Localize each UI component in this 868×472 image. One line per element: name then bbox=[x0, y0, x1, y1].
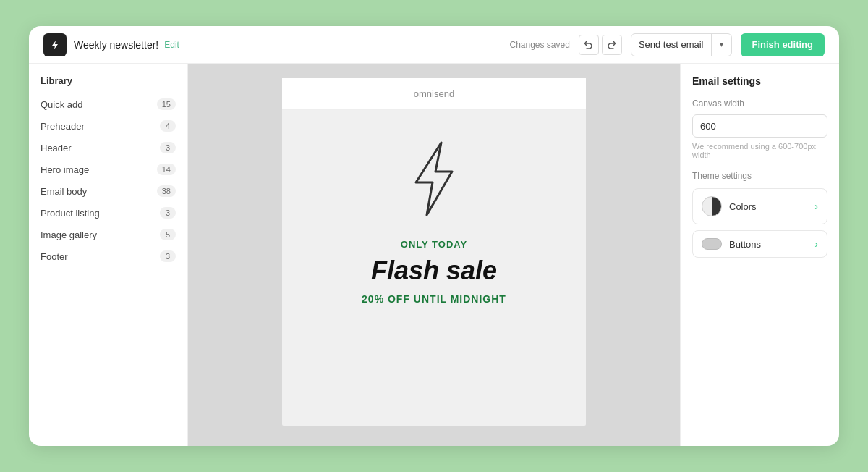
theme-item-colors[interactable]: Colors › bbox=[692, 188, 827, 224]
app-container: Weekly newsletter! Edit Changes saved Se… bbox=[29, 26, 839, 446]
email-brand: omnisend bbox=[282, 78, 586, 110]
theme-item-name: Buttons bbox=[729, 239, 761, 250]
sidebar-item-label: Footer bbox=[41, 251, 68, 262]
sidebar-item-count: 38 bbox=[157, 185, 176, 197]
changes-saved-status: Changes saved bbox=[510, 40, 570, 50]
sidebar-item-label: Quick add bbox=[41, 99, 83, 110]
sidebar-item-count: 5 bbox=[160, 229, 176, 240]
email-canvas: omnisend ONLY TODAY Flash sale 20% OFF U… bbox=[282, 78, 586, 426]
canvas-width-label: Canvas width bbox=[692, 98, 827, 109]
sidebar-item-image-gallery[interactable]: Image gallery5 bbox=[29, 224, 187, 245]
header: Weekly newsletter! Edit Changes saved Se… bbox=[29, 26, 839, 64]
theme-settings-label: Theme settings bbox=[692, 171, 827, 181]
theme-item-left: Buttons bbox=[702, 238, 761, 250]
sidebar-item-hero-image[interactable]: Hero image14 bbox=[29, 159, 187, 180]
email-settings-title: Email settings bbox=[692, 75, 827, 87]
sidebar-item-count: 4 bbox=[160, 120, 176, 132]
sidebar-title: Library bbox=[29, 75, 187, 93]
send-test-button[interactable]: Send test email ▾ bbox=[631, 33, 732, 56]
theme-item-name: Colors bbox=[729, 201, 757, 212]
theme-item-arrow-icon: › bbox=[814, 201, 818, 212]
sidebar-item-count: 3 bbox=[160, 250, 176, 262]
theme-item-arrow-icon: › bbox=[814, 238, 818, 250]
right-panel: Email settings Canvas width We recommend… bbox=[680, 64, 839, 446]
email-hero: ONLY TODAY Flash sale 20% OFF UNTIL MIDN… bbox=[282, 110, 586, 326]
sidebar-item-label: Hero image bbox=[41, 164, 89, 175]
send-test-dropdown-icon[interactable]: ▾ bbox=[711, 34, 731, 56]
email-flash-sale: Flash sale bbox=[371, 256, 497, 286]
sidebar-item-product-listing[interactable]: Product listing3 bbox=[29, 202, 187, 224]
body-area: Library Quick add15Preheader4Header3Hero… bbox=[29, 64, 839, 446]
sidebar-item-count: 3 bbox=[160, 142, 176, 153]
sidebar-item-label: Image gallery bbox=[41, 229, 97, 240]
finish-editing-button[interactable]: Finish editing bbox=[741, 33, 825, 56]
email-discount: 20% OFF UNTIL MIDNIGHT bbox=[362, 293, 506, 305]
sidebar-item-label: Email body bbox=[41, 186, 87, 197]
buttons-icon bbox=[702, 238, 722, 250]
header-actions: Changes saved Send test email ▾ Finish e… bbox=[510, 33, 825, 56]
undo-redo-group bbox=[579, 35, 622, 55]
send-test-label: Send test email bbox=[631, 39, 711, 50]
theme-item-left: Colors bbox=[702, 196, 757, 216]
page-title: Weekly newsletter! bbox=[74, 39, 158, 51]
sidebar-item-count: 15 bbox=[157, 98, 176, 110]
canvas-width-input[interactable] bbox=[692, 114, 827, 138]
sidebar-item-footer[interactable]: Footer3 bbox=[29, 245, 187, 267]
redo-button[interactable] bbox=[602, 35, 622, 55]
undo-button[interactable] bbox=[579, 35, 599, 55]
colors-icon bbox=[702, 196, 722, 216]
sidebar-item-label: Preheader bbox=[41, 121, 85, 132]
sidebar-item-header[interactable]: Header3 bbox=[29, 137, 187, 159]
sidebar-item-label: Header bbox=[41, 143, 72, 153]
sidebar-item-count: 14 bbox=[157, 164, 176, 175]
sidebar: Library Quick add15Preheader4Header3Hero… bbox=[29, 64, 188, 446]
sidebar-item-count: 3 bbox=[160, 207, 176, 219]
logo-icon bbox=[43, 33, 67, 56]
sidebar-item-preheader[interactable]: Preheader4 bbox=[29, 115, 187, 137]
theme-item-buttons[interactable]: Buttons › bbox=[692, 230, 827, 258]
sidebar-item-quick-add[interactable]: Quick add15 bbox=[29, 93, 187, 115]
sidebar-item-label: Product listing bbox=[41, 208, 100, 219]
lightning-icon bbox=[405, 139, 463, 222]
canvas-area[interactable]: omnisend ONLY TODAY Flash sale 20% OFF U… bbox=[188, 64, 680, 446]
edit-button[interactable]: Edit bbox=[164, 40, 179, 50]
sidebar-item-email-body[interactable]: Email body38 bbox=[29, 180, 187, 202]
canvas-width-hint: We recommend using a 600-700px width bbox=[692, 142, 827, 159]
email-only-today: ONLY TODAY bbox=[401, 239, 467, 250]
